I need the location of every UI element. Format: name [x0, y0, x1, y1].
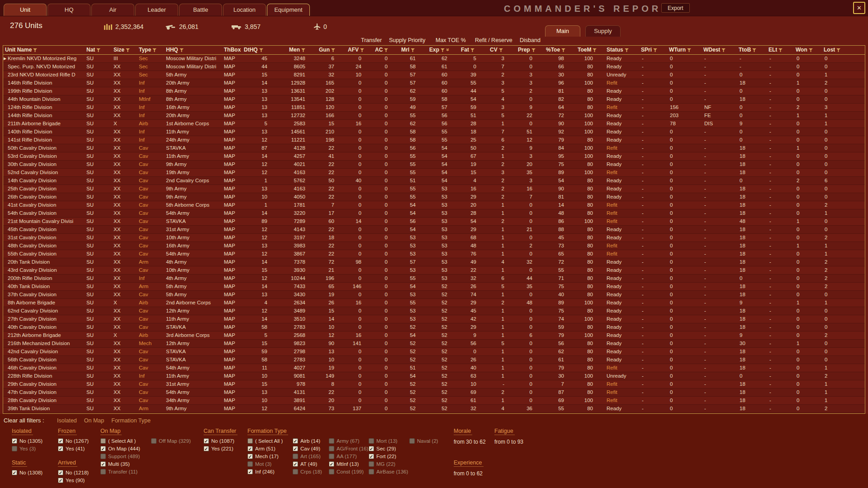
filter-option-army-67[interactable]: Army (67) [329, 437, 369, 445]
filter-option-crps-18[interactable]: Crps (18) [293, 468, 329, 475]
filter-option-mort-13[interactable]: Mort (13) [369, 437, 409, 445]
filter-option-no-1308[interactable]: ✓No (1308) [12, 469, 55, 476]
table-row[interactable]: 31st Cavalry DivisionSUXXCav10th ArmyMAP… [3, 233, 865, 242]
tab-leader[interactable]: Leader [135, 4, 178, 16]
filter-option-no-1218[interactable]: ✓No (1218) [58, 469, 101, 476]
filter-option-arm-51[interactable]: ✓Arm (51) [247, 445, 293, 452]
filter-icon[interactable] [360, 47, 364, 53]
table-row[interactable]: 47th Cavalry DivisionSUXXCav54th ArmyMAP… [3, 388, 865, 396]
filter-option-select-all[interactable]: ( Select All ) [100, 437, 151, 445]
filter-icon[interactable] [301, 47, 305, 53]
col-header-ttob[interactable]: TtoB [737, 46, 767, 54]
filter-icon[interactable] [126, 47, 130, 53]
table-row[interactable]: 55th Cavalry DivisionSUXXCav54th ArmyMAP… [3, 250, 865, 258]
table-row[interactable]: 26th Cavalry DivisionSUXXCav9th ArmyMAP1… [3, 193, 865, 201]
table-row[interactable]: 144th Rifle DivisionSUXXInf20th ArmyMAP1… [3, 111, 865, 119]
clear-filter-on-map[interactable]: On Map [84, 417, 104, 424]
table-row[interactable]: 56th Cavalry DivisionSUXXCavSTAVKAMAP582… [3, 355, 865, 364]
table-row[interactable]: 28th Cavalry DivisionSUXXCav34th ArmyMAP… [3, 396, 865, 404]
table-row[interactable]: 200th Rifle DivisionSUXXInf4th ArmyMAP12… [3, 274, 865, 282]
col-header-cv[interactable]: CV [488, 46, 516, 54]
filter-option-off-map-329[interactable]: Off Map (329) [151, 437, 202, 445]
filter-option-select-all[interactable]: ( Select All ) [247, 437, 293, 445]
filter-option-const-199[interactable]: Const (199) [329, 468, 369, 475]
filter-icon[interactable] [531, 47, 536, 53]
filter-icon[interactable] [331, 47, 335, 53]
col-header-won[interactable]: Won [794, 46, 822, 54]
col-header-prep[interactable]: Prep [516, 46, 544, 54]
filter-option-aa-177[interactable]: AA (177) [329, 452, 369, 460]
table-row[interactable]: 54th Cavalry DivisionSUXXCav54th ArmyMAP… [3, 209, 865, 217]
filter-option-sec-29[interactable]: ✓Sec (29) [369, 445, 409, 452]
filter-option-mg-22[interactable]: MG (22) [369, 460, 409, 468]
tab-hq[interactable]: HQ [47, 4, 90, 16]
table-row[interactable]: Spec. Purp. NKVD MotorizedSUXXSecMoscow … [3, 62, 865, 71]
table-row[interactable]: 42nd Cavalry DivisionSUXXCavSTAVKAMAP592… [3, 347, 865, 355]
tab-equipment[interactable]: Equipment [267, 4, 310, 16]
col-header-lost[interactable]: Lost [822, 46, 849, 54]
table-row[interactable]: 23rd NKVD Motorized Rifle DSUXXSec5th Ar… [3, 71, 865, 79]
filter-option-art-165[interactable]: Art (165) [293, 452, 329, 460]
table-row[interactable]: 30th Cavalry DivisionSUXXCav9th ArmyMAP1… [3, 160, 865, 168]
filter-icon[interactable] [625, 47, 629, 53]
table-row[interactable]: 39th Tank DivisionSUXXArm9th ArmyMAP1264… [3, 404, 865, 412]
table-row[interactable]: 29th Cavalry DivisionSUXXCav31st ArmyMAP… [3, 380, 865, 388]
filter-icon[interactable] [778, 47, 783, 53]
table-row[interactable]: 41st Cavalry DivisionSUXXCav5th Airborne… [3, 201, 865, 209]
filter-option-yes-3[interactable]: Yes (3) [12, 445, 55, 452]
col-header-toem[interactable]: ToeM [576, 46, 605, 54]
col-header-type[interactable]: Type [137, 46, 164, 54]
col-header-status[interactable]: Status [605, 46, 639, 54]
filter-option-mot-3[interactable]: Mot (3) [247, 460, 293, 468]
col-header-nat[interactable]: Nat [85, 46, 112, 54]
filter-icon[interactable] [499, 47, 503, 53]
table-row[interactable]: 8th Airborne BrigadeSUXAirb2nd Airborne … [3, 298, 865, 307]
col-header-thbox[interactable]: ThBox [222, 46, 242, 54]
col-header-gun[interactable]: Gun [317, 46, 346, 54]
table-row[interactable]: 27th Cavalry DivisionSUXXCav11th ArmyMAP… [3, 315, 865, 323]
table-row[interactable]: 141st Rifle DivisionSUXXInf24th ArmyMAP1… [3, 136, 865, 144]
col-header-mrl[interactable]: Mrl [399, 46, 427, 54]
table-row[interactable]: 21st Mountain Cavalry DivisiSUXXCavSTAVK… [3, 217, 865, 225]
table-row[interactable]: 199th Rifle DivisionSUXXInf8th ArmyMAP13… [3, 87, 865, 95]
table-row[interactable]: 212th Airborne BrigadeSUXAirb3rd Airborn… [3, 331, 865, 339]
table-row[interactable]: 52nd Cavalry DivisionSUXXCav19th ArmyMAP… [3, 168, 865, 176]
filter-icon[interactable] [470, 47, 474, 53]
filter-option-at-49[interactable]: ✓AT (49) [293, 460, 329, 468]
filter-option-yes-41[interactable]: ✓Yes (41) [58, 445, 101, 452]
filter-option-airb-14[interactable]: ✓Airb (14) [293, 437, 329, 445]
filter-icon[interactable] [721, 47, 726, 53]
view-tab-main[interactable]: Main [545, 25, 580, 37]
filter-icon[interactable] [384, 47, 388, 53]
filter-icon[interactable] [96, 47, 100, 53]
filter-icon[interactable] [809, 47, 813, 53]
col-header-exp[interactable]: Exp« [427, 46, 459, 54]
filter-icon[interactable] [653, 47, 657, 53]
table-row[interactable]: 50th Cavalry DivisionSUXXCavSTAVKAMAP874… [3, 144, 865, 152]
tab-air[interactable]: Air [91, 4, 134, 16]
tab-unit[interactable]: Unit [4, 4, 47, 16]
col-header-men[interactable]: Men [287, 46, 317, 54]
filter-option-fort-22[interactable]: ✓Fort (22) [369, 452, 409, 460]
table-row[interactable]: 40th Tank DivisionSUXXArm5th ArmyMAP1474… [3, 282, 865, 290]
col-header-elt[interactable]: ELt [767, 46, 794, 54]
table-row[interactable]: 62nd Cavalry DivisionSUXXCav12th ArmyMAP… [3, 307, 865, 315]
filter-option-yes-221[interactable]: ✓Yes (221) [204, 445, 247, 452]
col-header-fat[interactable]: Fat [459, 46, 488, 54]
filter-option-ag-front-16[interactable]: AG/Front (16) [329, 445, 369, 452]
col-header-hhq[interactable]: HHQ [164, 46, 222, 54]
tab-battle[interactable]: Battle [179, 4, 222, 16]
table-row[interactable]: 44th Mountain DivisionSUXXMtInf8th ArmyM… [3, 95, 865, 103]
filter-icon[interactable] [561, 47, 565, 53]
col-header-wturn[interactable]: WTurn [667, 46, 702, 54]
filter-option-inf-246[interactable]: ✓Inf (246) [247, 468, 293, 475]
filter-icon[interactable] [180, 47, 184, 53]
filter-option-transfer-11[interactable]: Transfer (11) [100, 468, 151, 475]
col-header-toe[interactable]: %Toe [544, 46, 576, 54]
filter-option-mech-17[interactable]: ✓Mech (17) [247, 452, 293, 460]
filter-option-cav-49[interactable]: ✓Cav (49) [293, 445, 329, 452]
table-row[interactable]: 140th Rifle DivisionSUXXInf11th ArmyMAP1… [3, 128, 865, 136]
filter-icon[interactable] [411, 47, 415, 53]
table-row[interactable]: 14th Cavalry DivisionSUXXCav2nd Cavalry … [3, 176, 865, 185]
col-header-ac[interactable]: AC [373, 46, 399, 54]
